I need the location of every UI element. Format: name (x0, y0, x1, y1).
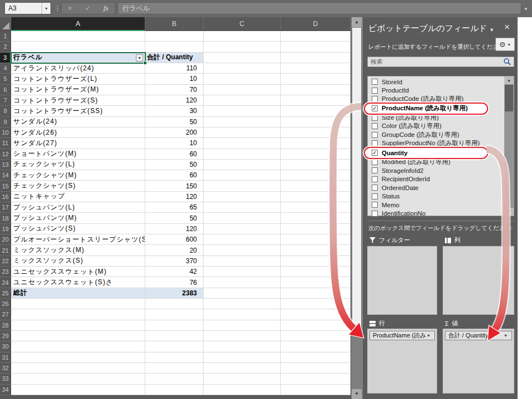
cell-A4[interactable]: アイランドスリッパ(24) (11, 63, 145, 74)
checkbox-icon[interactable] (372, 96, 378, 102)
cell-A34[interactable] (11, 385, 145, 395)
cancel-icon[interactable]: × (68, 4, 72, 12)
row-header-23[interactable]: 23 (0, 267, 11, 277)
cell-B8[interactable]: 30 (145, 106, 204, 116)
row-header-28[interactable]: 28 (0, 320, 11, 331)
row-header-16[interactable]: 16 (0, 192, 11, 202)
cell-C7[interactable] (204, 95, 281, 106)
checkbox-icon[interactable] (372, 88, 378, 94)
field-item-productid[interactable]: ProductId (368, 86, 514, 95)
cell-A11[interactable]: サンダル(27) (11, 138, 145, 149)
cell-B25[interactable]: 2383 (145, 288, 204, 299)
cell-C27[interactable] (204, 309, 281, 320)
row-header-3[interactable]: 3 (0, 53, 11, 63)
cell-D3[interactable] (281, 53, 351, 63)
cell-A19[interactable]: ブッシュパンツ(S) (11, 224, 145, 234)
row-header-19[interactable]: 19 (0, 224, 11, 234)
chevron-down-icon[interactable]: ▼ (504, 334, 511, 337)
name-box-dropdown-icon[interactable]: ▼ (42, 7, 50, 11)
cell-C31[interactable] (204, 352, 281, 363)
checkbox-icon[interactable] (372, 159, 378, 165)
cell-B7[interactable]: 120 (145, 95, 204, 106)
cell-C15[interactable] (204, 181, 281, 191)
checkbox-icon[interactable] (372, 185, 378, 191)
cell-A8[interactable]: コットントラウザーズ(SS) (11, 106, 145, 116)
cell-C14[interactable] (204, 170, 281, 181)
field-item-storageinfoid2[interactable]: StorageInfoId2 (368, 166, 514, 175)
cell-D20[interactable] (281, 234, 351, 245)
cell-B23[interactable]: 42 (145, 267, 204, 277)
cell-B31[interactable] (145, 352, 204, 363)
row-header-10[interactable]: 10 (0, 127, 11, 138)
scrollbar-thumb[interactable] (352, 28, 361, 332)
cell-B1[interactable] (145, 31, 204, 42)
cell-D32[interactable] (281, 363, 351, 374)
field-item-ordereddate[interactable]: OrderedDate (368, 183, 514, 192)
row-header-7[interactable]: 7 (0, 95, 11, 106)
cell-A23[interactable]: ユニセックススウェット(M) (11, 267, 145, 277)
field-item-productname-[interactable]: ✓ProductName (読み取り専用) (364, 103, 488, 115)
field-item-modified-[interactable]: Modified (読み取り専用) (368, 158, 514, 167)
field-item-storeid[interactable]: StoreId (368, 78, 514, 86)
cell-C4[interactable] (204, 63, 281, 74)
row-header-21[interactable]: 21 (0, 245, 11, 255)
row-header-26[interactable]: 26 (0, 299, 11, 309)
cell-B12[interactable]: 60 (145, 149, 204, 160)
cell-B20[interactable]: 600 (145, 234, 204, 245)
row-header-31[interactable]: 31 (0, 352, 11, 363)
cell-A18[interactable]: ブッシュパンツ(M) (11, 213, 145, 223)
cell-B13[interactable]: 50 (145, 160, 204, 170)
field-item-color-[interactable]: Color (読み取り専用) (368, 122, 514, 131)
checkbox-icon[interactable] (372, 202, 378, 208)
cell-A13[interactable]: チェックシャツ(L) (11, 160, 145, 170)
cell-A17[interactable]: ブッシュパンツ(L) (11, 202, 145, 213)
close-icon[interactable]: × (504, 22, 510, 33)
cell-D1[interactable] (281, 31, 351, 42)
insert-function-icon[interactable]: fx (104, 4, 109, 13)
cell-D2[interactable] (281, 42, 351, 52)
scroll-up-icon[interactable]: ▲ (504, 76, 514, 84)
checkbox-icon[interactable] (372, 211, 378, 217)
cell-A31[interactable] (11, 352, 145, 363)
values-field-pill[interactable]: 合計 / Quantity ▼ (445, 331, 512, 340)
cell-D28[interactable] (281, 320, 351, 331)
cell-A10[interactable]: サンダル(26) (11, 127, 145, 138)
cell-C34[interactable] (204, 385, 281, 395)
row-header-18[interactable]: 18 (0, 213, 11, 223)
cell-D5[interactable] (281, 74, 351, 84)
cell-D9[interactable] (281, 117, 351, 127)
row-header-9[interactable]: 9 (0, 117, 11, 127)
cell-D17[interactable] (281, 202, 351, 213)
cell-B27[interactable] (145, 309, 204, 320)
checkbox-icon[interactable] (372, 79, 378, 85)
cell-D29[interactable] (281, 331, 351, 341)
row-header-34[interactable]: 34 (0, 385, 11, 395)
checkbox-icon[interactable] (372, 132, 378, 138)
checkbox-checked-icon[interactable]: ✓ (372, 105, 378, 111)
cell-B6[interactable]: 70 (145, 85, 204, 95)
enter-icon[interactable]: ✓ (85, 4, 90, 12)
cell-C1[interactable] (204, 31, 281, 42)
cell-D4[interactable] (281, 63, 351, 74)
cell-A27[interactable] (11, 309, 145, 320)
cell-A6[interactable]: コットントラウザーズ(M) (11, 85, 145, 95)
cell-C33[interactable] (204, 374, 281, 384)
cell-D26[interactable] (281, 299, 351, 309)
cell-B17[interactable]: 65 (145, 202, 204, 213)
cell-D18[interactable] (281, 213, 351, 223)
field-item-quantity[interactable]: ✓Quantity (364, 147, 488, 159)
cell-B22[interactable]: 370 (145, 256, 204, 267)
cell-C19[interactable] (204, 224, 281, 234)
rows-drop-area[interactable]: ProductName (読み... ▼ (367, 329, 437, 393)
cell-C28[interactable] (204, 320, 281, 331)
row-header-24[interactable]: 24 (0, 277, 11, 288)
cell-C16[interactable] (204, 192, 281, 202)
row-header-14[interactable]: 14 (0, 170, 11, 181)
cell-B32[interactable] (145, 363, 204, 374)
field-item-groupcode-[interactable]: GroupCode (読み取り専用) (368, 131, 514, 140)
filters-drop-area[interactable] (367, 246, 437, 315)
cell-A9[interactable]: サンダル(24) (11, 117, 145, 127)
select-all-corner[interactable] (0, 17, 11, 31)
cell-C22[interactable] (204, 256, 281, 267)
cell-C17[interactable] (204, 202, 281, 213)
